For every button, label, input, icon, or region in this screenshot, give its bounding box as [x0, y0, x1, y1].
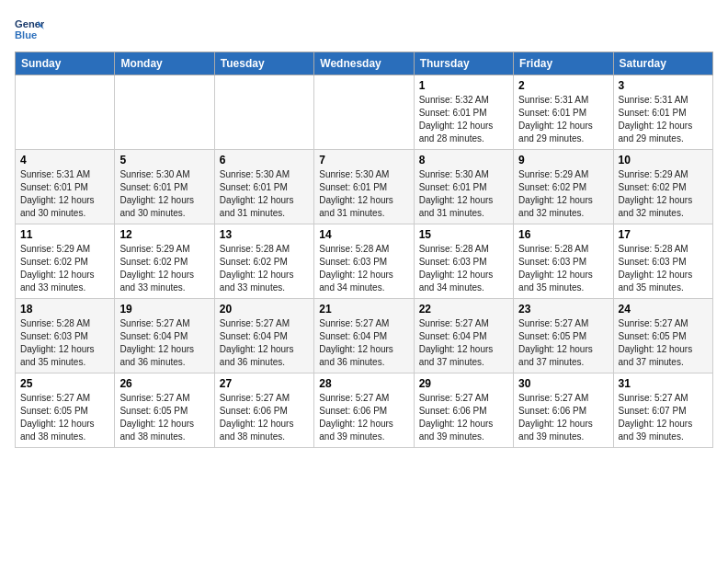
calendar-cell: 30Sunrise: 5:27 AMSunset: 6:06 PMDayligh…	[514, 373, 613, 448]
day-info: Sunrise: 5:27 AMSunset: 6:06 PMDaylight:…	[319, 392, 408, 443]
calendar-cell	[115, 75, 214, 150]
day-number: 14	[319, 228, 408, 241]
calendar-cell: 18Sunrise: 5:28 AMSunset: 6:03 PMDayligh…	[16, 299, 115, 373]
day-number: 25	[20, 377, 109, 390]
calendar-cell: 1Sunrise: 5:32 AMSunset: 6:01 PMDaylight…	[414, 75, 513, 150]
logo: General Blue	[15, 15, 48, 44]
day-info: Sunrise: 5:31 AMSunset: 6:01 PMDaylight:…	[20, 168, 109, 220]
day-info: Sunrise: 5:28 AMSunset: 6:03 PMDaylight:…	[518, 243, 608, 294]
calendar-cell: 24Sunrise: 5:27 AMSunset: 6:05 PMDayligh…	[613, 299, 712, 373]
day-number: 27	[220, 377, 309, 390]
calendar-cell: 14Sunrise: 5:28 AMSunset: 6:03 PMDayligh…	[314, 224, 414, 299]
day-number: 7	[319, 154, 408, 167]
calendar-cell: 6Sunrise: 5:30 AMSunset: 6:01 PMDaylight…	[214, 150, 313, 224]
day-info: Sunrise: 5:27 AMSunset: 6:04 PMDaylight:…	[220, 317, 309, 369]
day-info: Sunrise: 5:29 AMSunset: 6:02 PMDaylight:…	[119, 243, 209, 294]
day-number: 5	[119, 154, 209, 167]
day-info: Sunrise: 5:29 AMSunset: 6:02 PMDaylight:…	[518, 168, 608, 220]
day-info: Sunrise: 5:27 AMSunset: 6:04 PMDaylight:…	[319, 317, 408, 369]
day-number: 24	[619, 303, 708, 316]
logo-icon: General Blue	[15, 15, 44, 44]
svg-text:Blue: Blue	[15, 29, 37, 40]
day-number: 6	[220, 154, 309, 167]
day-number: 16	[518, 228, 608, 241]
day-number: 26	[119, 377, 209, 390]
day-number: 23	[518, 303, 608, 316]
calendar-cell: 16Sunrise: 5:28 AMSunset: 6:03 PMDayligh…	[514, 224, 613, 299]
calendar-cell: 8Sunrise: 5:30 AMSunset: 6:01 PMDaylight…	[414, 150, 513, 224]
day-number: 10	[619, 154, 708, 167]
day-info: Sunrise: 5:30 AMSunset: 6:01 PMDaylight:…	[319, 168, 408, 220]
calendar-cell: 12Sunrise: 5:29 AMSunset: 6:02 PMDayligh…	[115, 224, 214, 299]
calendar-cell	[16, 75, 115, 150]
day-number: 1	[419, 79, 508, 92]
calendar-cell: 26Sunrise: 5:27 AMSunset: 6:05 PMDayligh…	[115, 373, 214, 448]
day-info: Sunrise: 5:32 AMSunset: 6:01 PMDaylight:…	[419, 94, 508, 145]
calendar-week-row: 11Sunrise: 5:29 AMSunset: 6:02 PMDayligh…	[16, 224, 713, 299]
day-info: Sunrise: 5:27 AMSunset: 6:06 PMDaylight:…	[419, 392, 508, 443]
calendar-cell: 7Sunrise: 5:30 AMSunset: 6:01 PMDaylight…	[314, 150, 414, 224]
calendar-cell: 22Sunrise: 5:27 AMSunset: 6:04 PMDayligh…	[414, 299, 513, 373]
header: General Blue	[15, 15, 713, 44]
calendar-week-row: 18Sunrise: 5:28 AMSunset: 6:03 PMDayligh…	[16, 299, 713, 373]
calendar-cell: 4Sunrise: 5:31 AMSunset: 6:01 PMDaylight…	[16, 150, 115, 224]
calendar-cell: 13Sunrise: 5:28 AMSunset: 6:02 PMDayligh…	[214, 224, 313, 299]
day-number: 8	[419, 154, 508, 167]
day-info: Sunrise: 5:31 AMSunset: 6:01 PMDaylight:…	[518, 94, 608, 145]
day-info: Sunrise: 5:29 AMSunset: 6:02 PMDaylight:…	[619, 168, 708, 220]
day-info: Sunrise: 5:27 AMSunset: 6:06 PMDaylight:…	[220, 392, 309, 443]
day-number: 12	[119, 228, 209, 241]
weekday-header-tuesday: Tuesday	[214, 52, 313, 75]
calendar-week-row: 1Sunrise: 5:32 AMSunset: 6:01 PMDaylight…	[16, 75, 713, 150]
day-info: Sunrise: 5:27 AMSunset: 6:05 PMDaylight:…	[518, 317, 608, 369]
day-info: Sunrise: 5:30 AMSunset: 6:01 PMDaylight:…	[119, 168, 209, 220]
weekday-header-row: SundayMondayTuesdayWednesdayThursdayFrid…	[16, 52, 713, 75]
calendar-cell: 11Sunrise: 5:29 AMSunset: 6:02 PMDayligh…	[16, 224, 115, 299]
calendar-cell: 25Sunrise: 5:27 AMSunset: 6:05 PMDayligh…	[16, 373, 115, 448]
day-info: Sunrise: 5:27 AMSunset: 6:04 PMDaylight:…	[419, 317, 508, 369]
day-number: 29	[419, 377, 508, 390]
day-number: 22	[419, 303, 508, 316]
day-info: Sunrise: 5:27 AMSunset: 6:06 PMDaylight:…	[518, 392, 608, 443]
weekday-header-friday: Friday	[514, 52, 613, 75]
weekday-header-wednesday: Wednesday	[314, 52, 414, 75]
calendar-cell	[314, 75, 414, 150]
day-number: 18	[20, 303, 109, 316]
calendar-cell: 23Sunrise: 5:27 AMSunset: 6:05 PMDayligh…	[514, 299, 613, 373]
day-info: Sunrise: 5:28 AMSunset: 6:02 PMDaylight:…	[220, 243, 309, 294]
day-number: 13	[220, 228, 309, 241]
calendar-cell: 21Sunrise: 5:27 AMSunset: 6:04 PMDayligh…	[314, 299, 414, 373]
day-info: Sunrise: 5:28 AMSunset: 6:03 PMDaylight:…	[319, 243, 408, 294]
day-number: 30	[518, 377, 608, 390]
day-number: 17	[619, 228, 708, 241]
day-number: 9	[518, 154, 608, 167]
calendar-cell	[214, 75, 313, 150]
calendar-week-row: 25Sunrise: 5:27 AMSunset: 6:05 PMDayligh…	[16, 373, 713, 448]
day-number: 15	[419, 228, 508, 241]
day-number: 28	[319, 377, 408, 390]
calendar-cell: 3Sunrise: 5:31 AMSunset: 6:01 PMDaylight…	[613, 75, 712, 150]
day-info: Sunrise: 5:27 AMSunset: 6:05 PMDaylight:…	[619, 317, 708, 369]
day-info: Sunrise: 5:30 AMSunset: 6:01 PMDaylight:…	[220, 168, 309, 220]
day-number: 4	[20, 154, 109, 167]
calendar-cell: 17Sunrise: 5:28 AMSunset: 6:03 PMDayligh…	[613, 224, 712, 299]
calendar-cell: 28Sunrise: 5:27 AMSunset: 6:06 PMDayligh…	[314, 373, 414, 448]
day-number: 11	[20, 228, 109, 241]
calendar-cell: 19Sunrise: 5:27 AMSunset: 6:04 PMDayligh…	[115, 299, 214, 373]
weekday-header-saturday: Saturday	[613, 52, 712, 75]
calendar-cell: 29Sunrise: 5:27 AMSunset: 6:06 PMDayligh…	[414, 373, 513, 448]
day-info: Sunrise: 5:27 AMSunset: 6:04 PMDaylight:…	[119, 317, 209, 369]
calendar-cell: 5Sunrise: 5:30 AMSunset: 6:01 PMDaylight…	[115, 150, 214, 224]
weekday-header-thursday: Thursday	[414, 52, 513, 75]
day-info: Sunrise: 5:27 AMSunset: 6:07 PMDaylight:…	[619, 392, 708, 443]
day-info: Sunrise: 5:28 AMSunset: 6:03 PMDaylight:…	[619, 243, 708, 294]
day-info: Sunrise: 5:28 AMSunset: 6:03 PMDaylight:…	[419, 243, 508, 294]
weekday-header-monday: Monday	[115, 52, 214, 75]
day-info: Sunrise: 5:29 AMSunset: 6:02 PMDaylight:…	[20, 243, 109, 294]
day-info: Sunrise: 5:30 AMSunset: 6:01 PMDaylight:…	[419, 168, 508, 220]
day-number: 21	[319, 303, 408, 316]
day-number: 2	[518, 79, 608, 92]
day-number: 20	[220, 303, 309, 316]
day-info: Sunrise: 5:27 AMSunset: 6:05 PMDaylight:…	[119, 392, 209, 443]
day-info: Sunrise: 5:27 AMSunset: 6:05 PMDaylight:…	[20, 392, 109, 443]
